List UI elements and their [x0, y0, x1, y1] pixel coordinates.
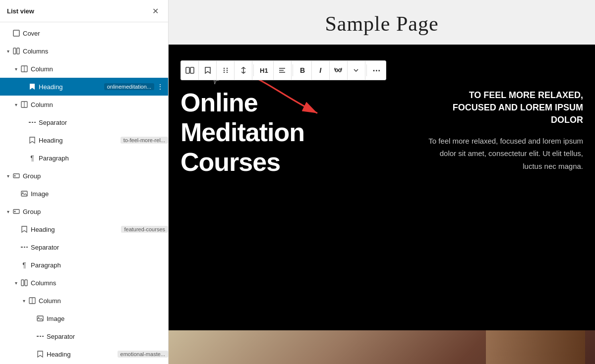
- image-icon-1: [20, 191, 29, 197]
- tree-item-paragraph2[interactable]: ¶ Paragraph: [0, 256, 168, 274]
- svg-point-34: [226, 68, 227, 69]
- tree-item-image2[interactable]: Image: [0, 310, 168, 327]
- tree-item-group2[interactable]: ▾ Group: [0, 203, 168, 220]
- toggle-arrow-column2a[interactable]: ▾: [20, 298, 28, 304]
- tree-item-image1[interactable]: Image: [0, 185, 168, 203]
- item-label-paragraph1: Paragraph: [39, 155, 168, 162]
- svg-point-13: [22, 192, 23, 193]
- bold-btn[interactable]: B: [294, 60, 312, 80]
- group-icon-2: [12, 208, 21, 215]
- heading-line1: Online: [180, 88, 304, 118]
- heading2-badge: to-feel-more-rel...: [120, 137, 168, 144]
- annotation-arrow: [169, 45, 595, 330]
- tree-item-columns1[interactable]: ▾ Columns: [0, 42, 168, 60]
- separator-icon-1: [28, 120, 37, 124]
- toolbar-divider-1: [253, 64, 254, 76]
- item-label-heading1: Heading: [39, 83, 101, 91]
- item-label-cover: Cover: [23, 30, 168, 37]
- svg-rect-19: [21, 280, 24, 286]
- tree-container: Cover ▾ Columns ▾ Column Heading onlinem: [0, 22, 168, 364]
- tree-item-heading3[interactable]: Heading featured-courses: [0, 220, 168, 238]
- tree-item-cover[interactable]: Cover: [0, 24, 168, 42]
- svg-point-37: [223, 72, 224, 73]
- toolbar-divider-2: [293, 64, 293, 76]
- item-label-image2: Image: [47, 315, 168, 322]
- svg-rect-1: [13, 48, 16, 54]
- svg-rect-27: [43, 336, 44, 337]
- item-label-column2a: Column: [39, 297, 168, 305]
- h1-label: H1: [260, 67, 268, 74]
- page-title-area: Sample Page: [169, 0, 595, 45]
- bottom-section: [169, 330, 595, 364]
- heading-block: Online Meditation Courses: [180, 88, 304, 177]
- bottom-image-overlay: [486, 330, 585, 364]
- tree-item-heading4[interactable]: Heading emotional-maste...: [0, 345, 168, 363]
- more-icon-h1[interactable]: ⋮: [154, 81, 166, 93]
- tree-item-separator3[interactable]: Separator: [0, 327, 168, 345]
- toggle-arrow-columns1[interactable]: ▾: [4, 49, 12, 54]
- heading-bookmark-btn[interactable]: [199, 60, 217, 80]
- italic-label: I: [319, 66, 321, 74]
- toggle-sidebar-btn[interactable]: [181, 60, 199, 80]
- bookmark-icon-h4: [36, 351, 45, 358]
- item-label-heading4: Heading: [47, 351, 115, 358]
- bookmark-icon-h1: [28, 83, 37, 90]
- square-icon: [12, 30, 21, 37]
- panel-header: List view ✕: [0, 0, 168, 22]
- h1-btn[interactable]: H1: [255, 60, 274, 80]
- group-icon-1: [12, 172, 21, 179]
- link-btn[interactable]: [330, 60, 348, 80]
- drag-btn[interactable]: [217, 60, 235, 80]
- tree-item-column2a[interactable]: ▾ Column: [0, 292, 168, 310]
- item-label-columns1: Columns: [23, 48, 168, 55]
- svg-rect-17: [21, 247, 22, 248]
- toggle-arrow-column1a[interactable]: ▾: [12, 66, 20, 72]
- toggle-arrow-column1b[interactable]: ▾: [12, 102, 20, 107]
- column-icon-1b: [20, 101, 29, 108]
- heading3-badge: featured-courses: [121, 226, 168, 233]
- chevron-down-btn[interactable]: [348, 60, 365, 80]
- right-text-block: TO FEEL MORE RELAXED, FOCUSED AND LOREM …: [424, 89, 583, 172]
- svg-rect-20: [25, 280, 27, 286]
- more-options-btn[interactable]: ⋯: [368, 60, 386, 80]
- close-button[interactable]: ✕: [149, 5, 161, 17]
- item-label-column1b: Column: [31, 101, 168, 108]
- item-label-group2: Group: [23, 208, 168, 215]
- tree-item-columns2[interactable]: ▾ Columns: [0, 274, 168, 292]
- tree-item-column1b[interactable]: ▾ Column: [0, 96, 168, 113]
- svg-point-24: [38, 317, 39, 318]
- paragraph-icon-2: ¶: [20, 261, 29, 269]
- align-btn[interactable]: [274, 60, 292, 80]
- tree-item-group1[interactable]: ▾ Group: [0, 167, 168, 185]
- italic-btn[interactable]: I: [312, 60, 330, 80]
- heading4-badge: emotional-maste...: [118, 351, 168, 358]
- item-label-separator3: Separator: [47, 333, 168, 340]
- toggle-arrow-group2[interactable]: ▾: [4, 209, 12, 214]
- svg-rect-2: [17, 48, 19, 54]
- tree-item-column1a[interactable]: ▾ Column: [0, 60, 168, 78]
- tree-item-separator1[interactable]: Separator: [0, 113, 168, 131]
- svg-point-38: [226, 72, 227, 73]
- tree-item-paragraph1[interactable]: ¶ Paragraph: [0, 149, 168, 167]
- svg-rect-42: [335, 69, 338, 72]
- tree-item-heading1[interactable]: Heading onlinemeditation... ⋮: [0, 78, 168, 96]
- bookmark-icon-h2: [28, 137, 37, 144]
- item-label-image1: Image: [31, 190, 168, 198]
- svg-point-35: [223, 70, 224, 71]
- toggle-arrow-columns2[interactable]: ▾: [12, 280, 20, 286]
- columns-icon: [12, 48, 21, 54]
- image-icon-2: [36, 315, 45, 321]
- svg-rect-26: [37, 336, 38, 337]
- heading1-badge: onlinemeditation...: [104, 83, 154, 90]
- canvas-area: H1 B I ⋯ Online Meditation: [169, 45, 595, 330]
- separator-icon-2: [20, 245, 29, 249]
- tree-item-separator2[interactable]: Separator: [0, 238, 168, 256]
- toggle-arrow-group1[interactable]: ▾: [4, 173, 12, 179]
- tree-item-heading2[interactable]: Heading to-feel-more-rel...: [0, 131, 168, 149]
- item-label-heading2: Heading: [39, 137, 118, 144]
- move-updown-btn[interactable]: [235, 60, 252, 80]
- right-heading: TO FEEL MORE RELAXED, FOCUSED AND LOREM …: [424, 89, 583, 127]
- columns-icon-2: [20, 279, 29, 286]
- svg-point-33: [223, 68, 224, 69]
- panel-title: List view: [7, 7, 34, 15]
